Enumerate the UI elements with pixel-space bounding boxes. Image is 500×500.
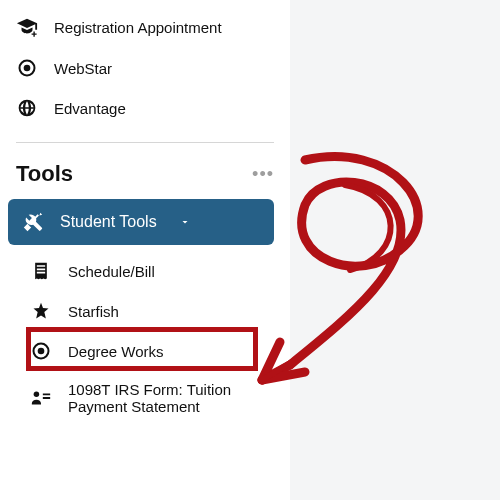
tool-schedule-bill[interactable]: Schedule/Bill [8, 251, 282, 291]
student-tools-dropdown[interactable]: Student Tools [8, 199, 274, 245]
tool-label: Schedule/Bill [68, 263, 155, 280]
svg-point-3 [38, 348, 45, 355]
quicklink-label: Edvantage [54, 100, 126, 117]
target-icon [16, 58, 38, 78]
globe-icon [16, 98, 38, 118]
quicklink-edvantage[interactable]: Edvantage [8, 88, 282, 128]
quicklink-registration-appointment[interactable]: Registration Appointment [8, 6, 282, 48]
svg-point-1 [24, 65, 31, 72]
quicklink-label: Registration Appointment [54, 19, 222, 36]
grad-cap-plus-icon [16, 16, 38, 38]
tool-label: 1098T IRS Form: Tuition Payment Statemen… [68, 381, 274, 415]
receipt-icon [30, 261, 52, 281]
tool-starfish[interactable]: Starfish [8, 291, 282, 331]
star-icon [30, 301, 52, 321]
tools-icon [22, 211, 44, 233]
tool-degree-works[interactable]: Degree Works [8, 331, 282, 371]
tools-list: Schedule/Bill Starfish Degree Works 1098… [8, 251, 282, 425]
tools-heading: Tools [16, 161, 73, 187]
more-icon[interactable]: ••• [252, 165, 274, 183]
svg-point-4 [34, 392, 40, 398]
section-divider [16, 142, 274, 143]
tool-label: Degree Works [68, 343, 164, 360]
quicklink-webstar[interactable]: WebStar [8, 48, 282, 88]
quicklinks-list: Registration Appointment WebStar Edvanta… [8, 6, 282, 128]
quicklink-label: WebStar [54, 60, 112, 77]
dropdown-label: Student Tools [60, 213, 157, 231]
person-card-icon [30, 387, 52, 409]
tool-label: Starfish [68, 303, 119, 320]
tool-1098t[interactable]: 1098T IRS Form: Tuition Payment Statemen… [8, 371, 282, 425]
target-icon [30, 341, 52, 361]
tools-section-header: Tools ••• [8, 153, 282, 199]
caret-down-icon [179, 216, 191, 228]
sidebar-panel: Registration Appointment WebStar Edvanta… [0, 0, 290, 500]
